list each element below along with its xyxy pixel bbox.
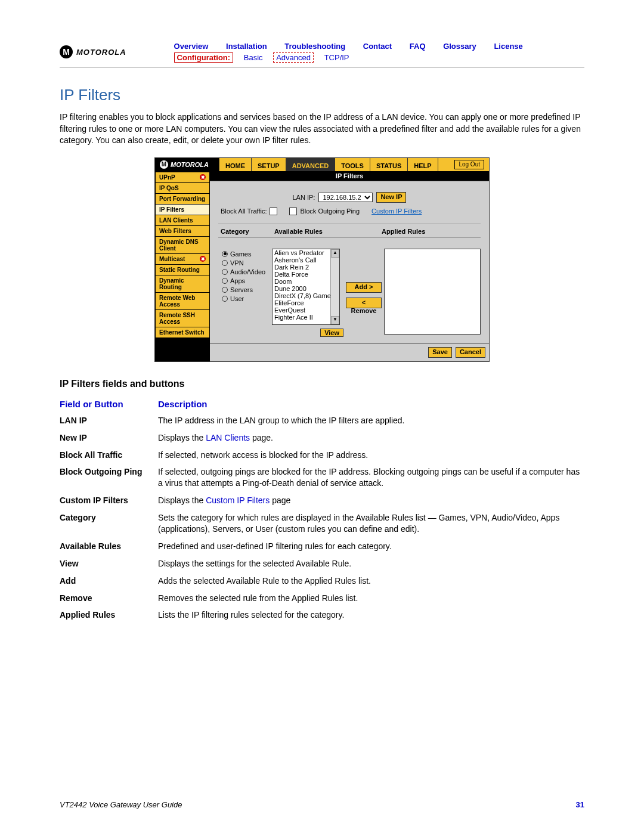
custom-ip-filters-link[interactable]: Custom IP Filters [371,208,422,215]
tab-status[interactable]: STATUS [370,158,408,171]
field-name: Block Outgoing Ping [60,466,158,489]
nav-contact[interactable]: Contact [363,42,392,51]
radio-icon [222,269,228,275]
nav-glossary[interactable]: Glossary [443,42,476,51]
motorola-m-icon: M [160,160,168,169]
radio-icon [222,296,228,302]
rule-item[interactable]: Alien vs Predator [273,249,339,256]
save-button[interactable]: Save [428,347,452,358]
cancel-button[interactable]: Cancel [456,347,485,358]
nav-troubleshooting[interactable]: Troubleshooting [284,42,345,51]
table-row: LAN IPThe IP address in the LAN group to… [60,415,584,426]
page-footer: VT2442 Voice Gateway User Guide 31 [60,800,584,809]
sidebar-item-port-forwarding[interactable]: Port Forwarding [156,194,209,204]
rule-item[interactable]: Fighter Ace II [273,314,339,321]
sidebar-item-ip-filters[interactable]: IP Filters [156,205,209,215]
field-desc: If selected, network access is blocked f… [158,450,584,461]
col-applied: Applied Rules [379,227,481,238]
scrollbar[interactable]: ▲ ▼ [330,249,339,324]
inline-link[interactable]: LAN Clients [206,433,250,442]
tab-advanced[interactable]: ADVANCED [286,158,336,171]
col-category: Category [218,227,272,238]
nav-faq[interactable]: FAQ [410,42,426,51]
field-desc: Displays the LAN Clients page. [158,432,584,444]
tab-help[interactable]: HELP [408,158,438,171]
category-radio-games[interactable]: Games [222,250,268,258]
sidebar-item-lan-clients[interactable]: LAN Clients [156,215,209,225]
lan-ip-select[interactable]: 192.168.15.2 [318,193,373,202]
radio-icon [222,260,228,266]
field-name: Available Rules [60,541,158,552]
table-row: Block All TrafficIf selected, network ac… [60,450,584,461]
brand-word: MOTOROLA [76,48,126,57]
new-ip-button[interactable]: New IP [376,192,406,203]
inline-link[interactable]: Custom IP Filters [206,496,270,505]
sidebar-item-remote-ssh-access[interactable]: Remote SSH Access [156,310,209,327]
rule-item[interactable]: Doom [273,278,339,285]
table-row: Block Outgoing PingIf selected, outgoing… [60,466,584,489]
page-number: 31 [576,800,584,809]
block-all-label: Block All Traffic: [221,208,267,215]
logout-button[interactable]: Log Out [454,160,484,169]
field-desc: Sets the category for which rules are di… [158,512,584,535]
category-radio-audio-video[interactable]: Audio/Video [222,268,268,275]
applied-rules-listbox[interactable] [384,249,481,335]
panel-title: IP Filters [210,171,489,181]
nav-overview[interactable]: Overview [174,42,209,51]
radio-icon [222,287,228,293]
sub-nav: Configuration: Basic Advanced TCP/IP [174,52,584,63]
rule-item[interactable]: DirectX (7,8) Games [273,292,339,299]
rule-item[interactable]: Dark Rein 2 [273,264,339,271]
sidebar-item-dynamic-routing[interactable]: Dynamic Routing [156,275,209,292]
category-radio-user[interactable]: User [222,295,268,302]
category-radio-vpn[interactable]: VPN [222,259,268,267]
category-radio-group: GamesVPNAudio/VideoAppsServersUser [218,246,272,304]
subnav-advanced[interactable]: Advanced [273,52,314,63]
nav-installation[interactable]: Installation [226,42,267,51]
scroll-down-icon[interactable]: ▼ [331,316,339,324]
tab-setup[interactable]: SETUP [252,158,286,171]
rule-item[interactable]: EverQuest [273,306,339,314]
sidebar-item-multicast[interactable]: Multicast✖ [156,254,209,264]
field-name: Block All Traffic [60,450,158,461]
add-button[interactable]: Add > [346,282,382,293]
field-desc: Predefined and user-defined IP filtering… [158,541,584,552]
remove-button[interactable]: < Remove [346,298,382,308]
nav-license[interactable]: License [494,42,522,51]
field-name: Add [60,575,158,587]
scroll-up-icon[interactable]: ▲ [331,249,339,258]
block-all-checkbox[interactable] [270,208,277,215]
rule-item[interactable]: Asheron's Call [273,256,339,264]
table-row: CategorySets the category for which rule… [60,512,584,535]
field-desc: Removes the selected rule from the Appli… [158,593,584,604]
ui-sidebar: UPnP✖IP QoSPort ForwardingIP FiltersLAN … [155,171,210,361]
sidebar-item-upnp[interactable]: UPnP✖ [156,172,209,182]
sidebar-item-ip-qos[interactable]: IP QoS [156,183,209,193]
tab-home[interactable]: HOME [219,158,252,171]
sidebar-item-ethernet-switch[interactable]: Ethernet Switch [156,327,209,337]
rule-item[interactable]: Dune 2000 [273,285,339,292]
sidebar-item-remote-web-access[interactable]: Remote Web Access [156,293,209,309]
disabled-icon: ✖ [200,256,206,262]
category-radio-apps[interactable]: Apps [222,277,268,284]
brand-logo: M MOTOROLA [60,45,126,58]
subnav-basic[interactable]: Basic [244,53,263,62]
block-outgoing-checkbox[interactable] [289,208,297,215]
lan-ip-label: LAN IP: [293,194,315,201]
rule-item[interactable]: EliteForce [273,299,339,306]
sidebar-item-static-routing[interactable]: Static Routing [156,265,209,275]
field-desc: Displays the Custom IP Filters page [158,495,584,506]
field-desc: The IP address in the LAN group to which… [158,415,584,426]
category-radio-servers[interactable]: Servers [222,286,268,293]
radio-icon [222,278,228,284]
block-outgoing-label: Block Outgoing Ping [300,208,360,215]
tab-tools[interactable]: TOOLS [335,158,370,171]
sidebar-item-dynamic-dns-client[interactable]: Dynamic DNS Client [156,237,209,253]
view-button[interactable]: View [320,329,343,337]
sidebar-item-web-filters[interactable]: Web Filters [156,226,209,236]
subnav-tcpip[interactable]: TCP/IP [324,53,349,62]
intro-paragraph: IP filtering enables you to block applic… [60,112,584,147]
table-row: RemoveRemoves the selected rule from the… [60,593,584,604]
available-rules-listbox[interactable]: Alien vs PredatorAsheron's CallDark Rein… [272,249,340,325]
rule-item[interactable]: Delta Force [273,271,339,278]
